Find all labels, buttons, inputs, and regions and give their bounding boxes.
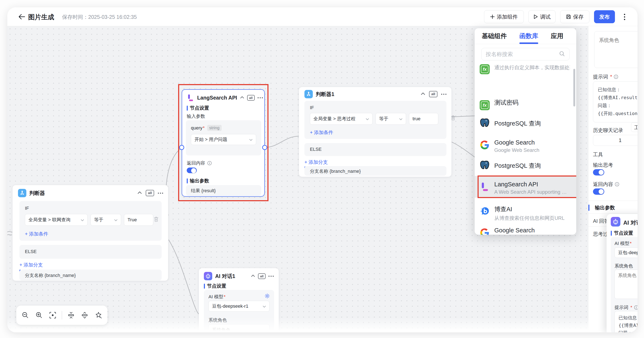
- back-button[interactable]: [17, 12, 26, 22]
- scrollbar-thumb[interactable]: [573, 69, 575, 106]
- ai-model-select[interactable]: 豆包-deepseek-r1: [614, 248, 638, 258]
- library-search-box[interactable]: [481, 48, 570, 60]
- condition-variable-select[interactable]: 全局变量 > 思考过程: [310, 113, 372, 125]
- edge-judge-to-aichat1: [169, 240, 199, 314]
- list-item-bocha-ai[interactable]: 博查AI 从博查搜索任何信息和网页URL: [475, 201, 576, 221]
- tab-basic-components[interactable]: 基础组件: [482, 28, 507, 44]
- return-content-toggle[interactable]: [593, 188, 604, 195]
- return-content-label: 返回内容: [593, 181, 613, 188]
- condition-variable-select[interactable]: 全局变量 > 联网查询: [25, 214, 88, 226]
- add-component-button[interactable]: 添加组件: [484, 10, 524, 23]
- run-all-icon[interactable]: all: [429, 91, 438, 97]
- publish-button[interactable]: 发布: [594, 10, 615, 23]
- more-menu-icon[interactable]: [158, 193, 163, 194]
- node-ai-chat1[interactable]: AI 对话1 all 节点设置 AI 模型* 豆包-deepseek-r1: [199, 268, 279, 332]
- delete-condition-icon[interactable]: [450, 115, 456, 121]
- langsearch-output-port[interactable]: [262, 145, 267, 150]
- ai-chat2-panel[interactable]: AI 对话2 节点设置 AI 模型* 豆包-deepseek-r1 系统角色 提…: [606, 214, 638, 332]
- collapse-vertical-icon[interactable]: [66, 310, 76, 320]
- list-item-clipped[interactable]: fx 通过执行自定义脚本，实现数据处理: [475, 62, 576, 74]
- more-menu-icon[interactable]: [441, 94, 446, 95]
- collapse-chevron-icon[interactable]: [137, 191, 142, 195]
- langsearch-input-port[interactable]: [179, 145, 184, 150]
- run-all-icon[interactable]: all: [247, 95, 255, 100]
- search-input[interactable]: [486, 51, 559, 58]
- add-condition-link[interactable]: + 添加条件: [310, 129, 333, 136]
- required-mark: *: [610, 74, 612, 80]
- node-judge-header[interactable]: 判断器 all: [18, 188, 163, 198]
- add-branch-link[interactable]: + 添加分支: [20, 262, 43, 268]
- more-options-icon[interactable]: [620, 12, 629, 22]
- tab-function-library[interactable]: 函数库: [520, 28, 538, 44]
- return-content-toggle[interactable]: [187, 168, 197, 173]
- debug-button[interactable]: 调试: [528, 10, 556, 23]
- magic-star-icon[interactable]: [94, 310, 103, 320]
- list-item-google-search-2[interactable]: Google Search Google Web Search: [475, 223, 576, 235]
- model-settings-gear-icon[interactable]: [264, 293, 270, 300]
- output-thinking-toggle[interactable]: [593, 169, 604, 176]
- system-role-textarea[interactable]: [594, 31, 638, 68]
- query-value-select[interactable]: 开始 > 用户问题: [191, 134, 256, 145]
- list-item-langsearch-selected[interactable]: LangSearch API A Web Search API supporti…: [475, 177, 576, 197]
- toolbar-divider: [62, 311, 62, 320]
- list-item-test-password[interactable]: fx 测试密码: [475, 94, 576, 110]
- add-branch-link[interactable]: + 添加分支: [304, 159, 328, 166]
- collapse-chevron-icon[interactable]: [251, 274, 255, 278]
- condition-value-input[interactable]: true: [409, 113, 438, 125]
- history-side-button[interactable]: 工: [631, 122, 638, 132]
- required-mark: *: [224, 294, 226, 300]
- history-count-input[interactable]: [593, 135, 638, 146]
- list-item-title: 博查AI: [494, 205, 570, 214]
- condition-value-input[interactable]: True: [124, 214, 153, 226]
- prompt-box[interactable]: 已知信息： {{博查AI.result}} 问题： {{开始.question}…: [593, 81, 638, 122]
- tab-applications[interactable]: 应用: [551, 28, 563, 44]
- output-params-heading: 输出参数: [588, 204, 615, 211]
- node-ai-chat1-header[interactable]: AI 对话1 all: [204, 272, 274, 281]
- run-all-icon[interactable]: all: [258, 273, 266, 279]
- return-content-row: 返回内容: [593, 181, 619, 188]
- add-condition-link[interactable]: + 添加条件: [25, 231, 48, 237]
- list-item-postgresql-2[interactable]: PostgreSQL 查询: [475, 157, 576, 174]
- system-role-textarea[interactable]: [208, 324, 270, 332]
- system-role-textarea[interactable]: [614, 270, 638, 299]
- operator-select[interactable]: 等于: [90, 214, 121, 226]
- collapse-chevron-icon[interactable]: [240, 96, 244, 100]
- library-tabs: 基础组件 函数库 应用: [475, 28, 576, 44]
- prompt-box[interactable]: 已知信息： {{博查AI.result}} 问题： {{开始.question}…: [614, 311, 638, 332]
- fit-view-icon[interactable]: [48, 310, 57, 320]
- ai-model-select[interactable]: 豆包-deepseek-r1: [208, 301, 270, 312]
- chevron-down-icon: [366, 116, 369, 122]
- search-icon: [559, 50, 565, 58]
- save-button[interactable]: 保存: [560, 10, 590, 23]
- list-item-google-search-1[interactable]: Google Search Google Web Search: [475, 135, 576, 155]
- collapse-chevron-icon[interactable]: [421, 92, 425, 96]
- divider: [588, 200, 638, 201]
- node-judge1-header[interactable]: 判断器1 all: [304, 90, 446, 99]
- if-branch-block: IF 全局变量 > 联网查询 等于 True + 添加条件: [20, 201, 162, 241]
- list-item-title: Google Search: [494, 227, 570, 234]
- zoom-in-icon[interactable]: [34, 310, 44, 320]
- list-item-title: LangSearch API: [494, 181, 570, 188]
- prompt-label-row: 提示词*: [593, 74, 618, 80]
- chevron-down-icon: [114, 217, 118, 222]
- run-all-icon[interactable]: all: [146, 190, 154, 196]
- query-type-tag: string: [207, 125, 222, 131]
- node-langsearch[interactable]: LangSearch API all 节点设置 输入参数 query* stri…: [182, 89, 265, 196]
- info-icon: [207, 161, 212, 166]
- list-item-postgresql[interactable]: PostgreSQL 查询: [475, 114, 576, 131]
- delete-condition-icon[interactable]: [154, 216, 159, 223]
- query-value: 开始 > 用户问题: [194, 136, 227, 143]
- more-menu-icon[interactable]: [268, 276, 274, 277]
- node-langsearch-header[interactable]: LangSearch API all: [187, 93, 259, 102]
- condition-variable-value: 全局变量 > 思考过程: [314, 116, 356, 122]
- node-judge[interactable]: 判断器 all IF 全局变量 > 联网查询 等于 True: [12, 185, 168, 281]
- node-settings-heading: 节点设置: [187, 105, 209, 111]
- node-judge1[interactable]: 判断器1 all IF 全局变量 > 思考过程 等于 true: [299, 87, 452, 177]
- zoom-out-icon[interactable]: [21, 310, 30, 320]
- operator-select[interactable]: 等于: [376, 113, 406, 125]
- more-menu-icon[interactable]: [258, 97, 263, 98]
- expand-vertical-icon[interactable]: [80, 310, 89, 320]
- ai-chat-icon: [204, 272, 212, 280]
- output-thinking-label: 输出思考: [593, 162, 613, 168]
- return-content-label: 返回内容: [187, 160, 205, 166]
